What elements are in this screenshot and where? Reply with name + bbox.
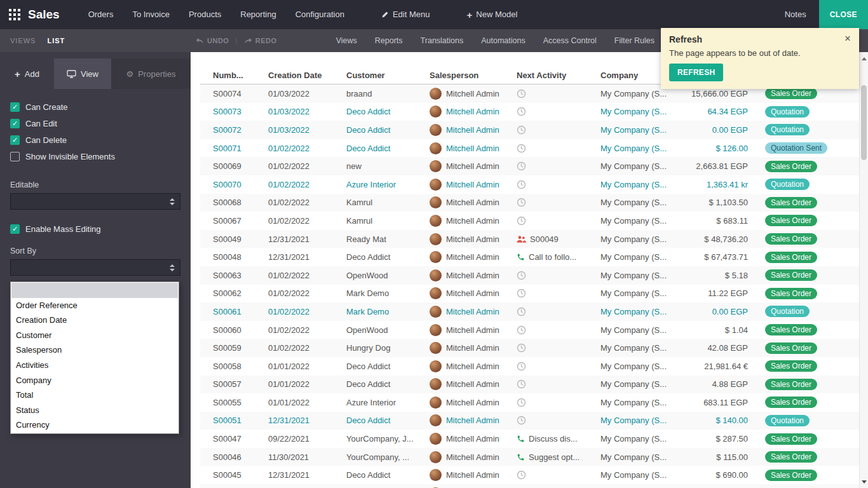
clock-icon[interactable] xyxy=(517,343,526,353)
next-activity-cell[interactable] xyxy=(517,180,600,189)
table-row[interactable]: S0007001/02/2022Azure InteriorMitchell A… xyxy=(200,175,859,194)
next-activity-cell[interactable]: Suggest opt... xyxy=(517,452,600,462)
table-row[interactable]: S0006201/02/2022Mark DemoMitchell AdminM… xyxy=(200,285,859,303)
checkbox-can-edit[interactable]: ✓Can Edit xyxy=(10,118,180,128)
next-activity-cell[interactable] xyxy=(517,271,600,280)
studio-menu-views[interactable]: Views xyxy=(327,29,366,52)
next-activity-cell[interactable] xyxy=(517,125,600,135)
topbar-menu-to-invoice[interactable]: To Invoice xyxy=(123,0,179,29)
topbar-menu-reporting[interactable]: Reporting xyxy=(231,0,285,29)
new-model-button[interactable]: + New Model xyxy=(458,0,527,29)
checkbox-box[interactable]: ✓ xyxy=(10,135,20,145)
redo-button[interactable]: REDO xyxy=(244,37,277,44)
clock-icon[interactable] xyxy=(517,307,526,316)
clock-icon[interactable] xyxy=(517,325,526,335)
checkbox-can-create[interactable]: ✓Can Create xyxy=(10,102,180,112)
table-row[interactable]: S0006801/02/2022KamrulMitchell AdminMy C… xyxy=(200,194,859,212)
next-activity-cell[interactable]: Call to follo... xyxy=(517,252,600,262)
clock-icon[interactable] xyxy=(517,398,526,407)
checkbox-box[interactable] xyxy=(10,152,20,161)
next-activity-cell[interactable] xyxy=(517,398,600,407)
table-row[interactable] xyxy=(200,484,859,488)
tab-properties[interactable]: ⚙Properties xyxy=(111,58,191,89)
table-row[interactable]: S0006901/02/2022newMitchell AdminMy Comp… xyxy=(200,157,859,175)
clock-icon[interactable] xyxy=(517,362,526,371)
clock-icon[interactable] xyxy=(517,198,526,207)
topbar-menu-configuration[interactable]: Configuration xyxy=(286,0,354,29)
close-studio-button[interactable]: CLOSE xyxy=(819,0,868,29)
column-header-salesperson[interactable]: Salesperson xyxy=(430,71,517,80)
table-row[interactable]: S0006001/02/2022OpenWoodMitchell AdminMy… xyxy=(200,321,859,339)
table-row[interactable]: S0005801/01/2022Deco AddictMitchell Admi… xyxy=(200,357,859,376)
enable-mass-editing-checkbox[interactable]: ✓ Enable Mass Editing xyxy=(10,224,180,234)
tab-add[interactable]: +Add xyxy=(0,58,54,89)
vertical-scrollbar[interactable] xyxy=(859,52,868,488)
next-activity-cell[interactable] xyxy=(517,161,600,171)
column-header-creation-date[interactable]: Creation Date xyxy=(268,71,346,80)
notes-button[interactable]: Notes xyxy=(772,0,819,29)
table-row[interactable]: S0005701/01/2022Deco AddictMitchell Admi… xyxy=(200,376,859,394)
next-activity-cell[interactable] xyxy=(517,107,600,116)
table-row[interactable]: S0004812/31/2021Deco AddictMitchell Admi… xyxy=(200,248,859,266)
checkbox-box[interactable]: ✓ xyxy=(10,119,20,128)
sort-option-status[interactable]: Status xyxy=(11,403,178,418)
views-breadcrumb[interactable]: VIEWS xyxy=(10,37,36,44)
toast-close-icon[interactable]: × xyxy=(844,34,851,43)
sort-option-blank[interactable] xyxy=(11,283,178,298)
phone-icon[interactable] xyxy=(517,435,525,443)
sort-option-customer[interactable]: Customer xyxy=(11,328,178,343)
next-activity-cell[interactable]: S00049 xyxy=(517,234,600,244)
scroll-down-arrow[interactable] xyxy=(860,477,868,487)
clock-icon[interactable] xyxy=(517,379,526,389)
clock-icon[interactable] xyxy=(517,144,526,153)
checkbox-show-invisible-elements[interactable]: Show Invisible Elements xyxy=(10,151,180,161)
apps-grid-icon[interactable] xyxy=(9,9,20,20)
column-header-numb[interactable]: Numb... xyxy=(200,71,268,80)
table-row[interactable]: S0007301/03/2022Deco AddictMitchell Admi… xyxy=(200,103,859,121)
sort-option-order-reference[interactable]: Order Reference xyxy=(11,298,178,313)
people-icon[interactable] xyxy=(517,235,526,243)
clock-icon[interactable] xyxy=(517,161,526,171)
table-row[interactable]: S0005501/01/2022Azure InteriorMitchell A… xyxy=(200,393,859,412)
phone-icon[interactable] xyxy=(517,453,525,461)
next-activity-cell[interactable] xyxy=(517,343,600,353)
next-activity-cell[interactable] xyxy=(517,362,600,371)
clock-icon[interactable] xyxy=(517,470,526,480)
editable-select[interactable] xyxy=(10,193,180,210)
table-row[interactable]: S0005901/02/2022Hungry DogMitchell Admin… xyxy=(200,339,859,357)
scrollbar-thumb[interactable] xyxy=(861,85,867,160)
sort-option-company[interactable]: Company xyxy=(11,373,178,388)
next-activity-cell[interactable] xyxy=(517,379,600,389)
next-activity-cell[interactable] xyxy=(517,307,600,316)
next-activity-cell[interactable] xyxy=(517,216,600,226)
next-activity-cell[interactable] xyxy=(517,325,600,335)
table-row[interactable]: S0004709/22/2021YourCompany, J...Mitchel… xyxy=(200,430,859,448)
next-activity-cell[interactable] xyxy=(517,89,600,98)
sort-option-activities[interactable]: Activities xyxy=(11,358,178,373)
studio-menu-reports[interactable]: Reports xyxy=(366,29,412,52)
edit-menu-button[interactable]: Edit Menu xyxy=(372,0,440,29)
next-activity-cell[interactable] xyxy=(517,144,600,153)
sort-option-currency[interactable]: Currency xyxy=(11,417,178,433)
clock-icon[interactable] xyxy=(517,288,526,298)
table-row[interactable]: S0006301/02/2022OpenWoodMitchell AdminMy… xyxy=(200,266,859,285)
tab-view[interactable]: View xyxy=(54,58,111,89)
checkbox-can-delete[interactable]: ✓Can Delete xyxy=(10,135,180,145)
table-row[interactable]: S0004611/30/2021YourCompany, ...Mitchell… xyxy=(200,448,859,466)
column-header-next-activity[interactable]: Next Activity xyxy=(517,71,600,80)
next-activity-cell[interactable] xyxy=(517,288,600,298)
clock-icon[interactable] xyxy=(517,216,526,226)
next-activity-cell[interactable] xyxy=(517,198,600,207)
topbar-menu-products[interactable]: Products xyxy=(179,0,231,29)
refresh-button[interactable]: REFRESH xyxy=(669,64,723,81)
next-activity-cell[interactable]: Discuss dis... xyxy=(517,434,600,444)
scroll-up-arrow[interactable] xyxy=(860,53,868,64)
checkbox-box[interactable]: ✓ xyxy=(10,224,20,234)
clock-icon[interactable] xyxy=(517,107,526,116)
studio-menu-filter-rules[interactable]: Filter Rules xyxy=(606,29,663,52)
table-row[interactable]: S0004512/31/2021Deco AddictMitchell Admi… xyxy=(200,466,859,484)
sort-option-creation-date[interactable]: Creation Date xyxy=(11,313,178,328)
clock-icon[interactable] xyxy=(517,180,526,189)
table-row[interactable]: S0006101/02/2022Mark DemoMitchell AdminM… xyxy=(200,302,859,321)
next-activity-cell[interactable] xyxy=(517,416,600,425)
